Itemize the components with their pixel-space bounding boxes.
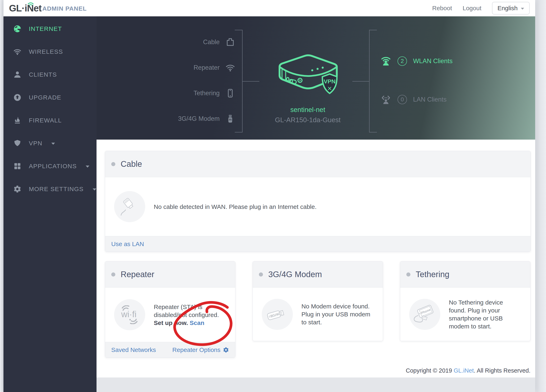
saved-networks-link[interactable]: Saved Networks <box>111 347 156 353</box>
language-select[interactable]: English <box>492 2 530 14</box>
source-label: 3G/4G Modem <box>178 115 220 122</box>
modem-card-body: 3G/4G No Modem device found. Plug in you… <box>253 288 383 341</box>
diagram-source-repeater: Repeater <box>194 62 235 73</box>
modem-card-title: 3G/4G Modem <box>268 270 322 279</box>
diagram-connector-left <box>242 81 259 82</box>
sidebar-item-label: INTERNET <box>29 25 62 32</box>
wan-port-icon <box>225 37 235 47</box>
shield-icon <box>13 139 21 147</box>
vpn-shield-icon: VPN ✕ <box>320 73 339 94</box>
sidebar-item-wireless[interactable]: WIRELESS <box>3 40 97 63</box>
cable-card-header: Cable <box>105 151 530 177</box>
sidebar-item-internet[interactable]: INTERNET <box>3 17 97 40</box>
glinet-link[interactable]: GL.iNet <box>454 367 474 374</box>
svg-text:VPN: VPN <box>324 78 336 85</box>
repeater-card-body: wi·fi Repeater (STA) is disabled/not con… <box>105 288 235 342</box>
main-area: Cable Repeater Tethering <box>97 16 535 392</box>
usb-modem-icon: 3G <box>225 114 235 124</box>
router-ssid: sentinel-net <box>267 106 349 114</box>
screenshot-stage: GL·iNet ADMIN PANEL Reboot Logout Englis… <box>0 0 546 392</box>
modem-card-header: 3G/4G Modem <box>253 261 383 288</box>
chevron-down-icon <box>51 143 55 145</box>
modem-card: 3G/4G Modem 3G/4G <box>253 261 383 341</box>
router-labels: sentinel-net GL-AR150-1da-Guest <box>267 106 349 124</box>
admin-panel-title: ADMIN PANEL <box>42 5 87 12</box>
upload-circle-icon <box>13 93 21 102</box>
sidebar-item-label: APPLICATIONS <box>29 163 77 170</box>
chevron-down-icon <box>521 8 524 10</box>
gear-icon <box>13 185 21 193</box>
content-area: Cable <box>97 140 535 378</box>
sidebar-item-label: CLIENTS <box>29 71 57 78</box>
grid-icon <box>13 162 21 170</box>
sidebar-item-firewall[interactable]: FIREWALL <box>3 109 97 132</box>
wifi-icon <box>13 48 21 56</box>
wlan-clients-icon <box>380 56 391 67</box>
gear-icon <box>223 347 229 353</box>
diagram-source-cable: Cable <box>203 36 235 48</box>
sidebar-item-label: FIREWALL <box>29 117 62 124</box>
cable-card: Cable <box>105 151 531 252</box>
sidebar-item-clients[interactable]: CLIENTS <box>3 63 97 86</box>
svg-text:3G: 3G <box>229 118 232 121</box>
sidebar: INTERNET WIRELESS CLIENTS <box>3 16 97 392</box>
diagram-connector-right <box>352 81 369 82</box>
sidebar-item-vpn[interactable]: VPN <box>3 132 97 155</box>
wlan-clients-row[interactable]: 2 WLAN Clients <box>380 55 453 67</box>
router-model: GL-AR150-1da-Guest <box>267 116 349 124</box>
ethernet-cable-icon <box>114 191 145 222</box>
use-as-lan-link[interactable]: Use as LAN <box>111 241 144 248</box>
wifi-icon <box>225 63 235 73</box>
repeater-card-title: Repeater <box>121 270 154 279</box>
wlan-clients-label: WLAN Clients <box>413 58 453 65</box>
sidebar-item-label: WIRELESS <box>29 48 63 55</box>
sidebar-item-upgrade[interactable]: UPGRADE <box>3 86 97 109</box>
diagram-bracket-right <box>369 30 377 132</box>
phone-usb-icon: Phone <box>409 299 440 330</box>
cable-card-body: No cable detected in WAN. Please plug in… <box>105 177 530 236</box>
sidebar-item-more-settings[interactable]: MORE SETTINGS <box>3 178 97 200</box>
copyright-prefix: Copyright © 2019 <box>406 367 454 374</box>
sidebar-item-label: MORE SETTINGS <box>29 186 84 193</box>
repeater-options-link[interactable]: Repeater Options <box>172 347 229 353</box>
scan-link[interactable]: Scan <box>190 319 204 326</box>
cable-card-title: Cable <box>121 159 142 169</box>
sidebar-item-label: VPN <box>29 140 42 147</box>
sidebar-item-applications[interactable]: APPLICATIONS <box>3 155 97 178</box>
status-dot <box>111 272 115 276</box>
phone-icon <box>225 88 235 98</box>
status-dot <box>259 272 263 276</box>
diagram-source-tethering: Tethering <box>194 88 235 99</box>
repeater-card-header: Repeater <box>105 261 235 288</box>
tethering-card-title: Tethering <box>416 270 449 279</box>
copyright-text: Copyright © 2019 GL.iNet. All Rights Res… <box>97 367 530 374</box>
status-dot <box>111 162 115 166</box>
repeater-setup-text: Set up now. <box>154 319 188 326</box>
sidebar-item-label: UPGRADE <box>29 94 61 101</box>
lan-clients-row[interactable]: 0 LAN Clients <box>380 93 447 106</box>
svg-text:✕: ✕ <box>327 85 332 92</box>
lan-clients-icon <box>380 94 391 105</box>
top-bar: GL·iNet ADMIN PANEL Reboot Logout Englis… <box>3 0 535 16</box>
tethering-card-message: No Tethering device found. Plug in your … <box>449 298 518 330</box>
chevron-down-icon <box>86 166 89 167</box>
logout-button[interactable]: Logout <box>462 5 481 12</box>
reboot-button[interactable]: Reboot <box>432 5 452 12</box>
repeater-card: Repeater wi·fi <box>105 261 235 358</box>
wlan-count-badge: 2 <box>397 56 407 66</box>
logo-wifi-icon <box>27 1 34 6</box>
source-label: Tethering <box>194 90 220 97</box>
tethering-card: Tethering Phone <box>400 261 530 341</box>
diagram-bracket-left <box>235 30 242 132</box>
tethering-card-body: Phone No Tethering device found. Pl <box>400 288 530 341</box>
cable-card-message: No cable detected in WAN. Please plug in… <box>154 203 317 211</box>
repeater-options-label: Repeater Options <box>172 347 221 353</box>
modem-card-message: No Modem device found. Plug in your USB … <box>301 302 377 326</box>
chevron-down-icon <box>93 188 96 191</box>
top-bar-actions: Reboot Logout English <box>432 0 530 16</box>
brand-logo[interactable]: GL·iNet <box>9 3 41 14</box>
usb-dongle-icon: 3G/4G <box>262 299 293 330</box>
lan-count-badge: 0 <box>397 95 407 104</box>
source-label: Cable <box>203 39 220 46</box>
repeater-card-footer: Saved Networks Repeater Options <box>105 342 235 357</box>
